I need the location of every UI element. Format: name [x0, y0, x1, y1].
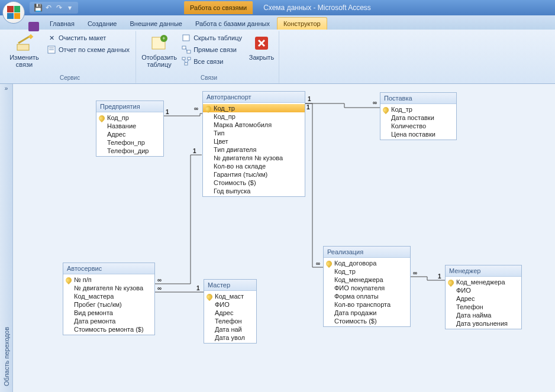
table-field[interactable]: Телефон_дир [96, 147, 163, 155]
schema-report-button[interactable]: Отчет по схеме данных [44, 44, 132, 55]
clear-layout-button[interactable]: ✕ Очистить макет [44, 33, 132, 43]
svg-rect-1 [28, 34, 33, 39]
table-field[interactable]: Дата продажи [324, 309, 410, 317]
rel-card: 1 [166, 109, 169, 115]
table-field[interactable]: Форма оплаты [324, 292, 410, 300]
hide-table-button[interactable]: Скрыть таблицу [179, 33, 244, 43]
table-field[interactable]: Код_менеджера [324, 276, 410, 284]
all-links-button[interactable]: Все связи [179, 56, 244, 67]
table-field[interactable]: Код_договора [324, 259, 410, 267]
office-button[interactable] [2, 1, 25, 24]
ribbon-tabs: Главная Создание Внешние данные Работа с… [0, 15, 555, 30]
table-field[interactable]: Год выпуска [203, 187, 305, 195]
svg-rect-9 [182, 46, 186, 49]
show-table-button[interactable]: + Отобразить таблицу [143, 33, 176, 69]
close-button[interactable]: Закрыть [248, 33, 275, 62]
table-sale[interactable]: Реализация Код_договора Код_тр Код_менед… [323, 246, 411, 327]
table-field[interactable]: Адрес [446, 294, 521, 303]
table-delivery[interactable]: Поставка Код_тр Дата поставки Количество… [380, 92, 457, 140]
table-field[interactable]: Стоимость ($) [324, 317, 410, 325]
qat-dropdown-icon[interactable]: ▾ [65, 3, 75, 12]
table-field[interactable]: Тип [203, 129, 305, 137]
nav-expand-icon[interactable]: » [4, 84, 9, 93]
table-field[interactable]: Дата ремонта [63, 317, 154, 325]
table-field[interactable]: Код_пр [203, 112, 305, 121]
table-field[interactable]: Кол-во транспорта [324, 300, 410, 309]
table-field[interactable]: Дата найма [446, 311, 521, 319]
table-field[interactable]: Дата увольнения [446, 319, 521, 328]
direct-links-icon [182, 45, 191, 54]
table-field[interactable]: Название [96, 122, 163, 130]
table-field[interactable]: Цвет [203, 137, 305, 145]
table-field[interactable]: Код_тр [380, 105, 456, 114]
table-field[interactable]: Кол-во на складе [203, 162, 305, 170]
table-field[interactable]: Тип двигателя [203, 145, 305, 154]
contextual-tab-label: Работа со связями [184, 1, 253, 14]
group-label-relationships: Связи [143, 73, 275, 83]
table-title[interactable]: Мастер [204, 280, 256, 291]
navigation-pane-collapsed[interactable]: » Область переходов [0, 84, 13, 392]
table-field[interactable]: Дата увол [204, 333, 256, 342]
table-field[interactable]: Количество [380, 122, 456, 130]
table-title[interactable]: Автотранспорт [203, 92, 305, 103]
table-field[interactable]: Адрес [204, 309, 256, 317]
table-field[interactable]: Гарантия (тыс/км) [203, 170, 305, 179]
table-field[interactable]: Код_менеджера [446, 278, 521, 286]
table-field[interactable]: ФИО покупателя [324, 284, 410, 292]
table-field[interactable]: Код_тр [203, 104, 305, 112]
tab-database-tools[interactable]: Работа с базами данных [189, 18, 276, 30]
title-bar: 💾 ↶ ↷ ▾ Работа со связями Схема данных -… [0, 0, 555, 15]
table-field[interactable]: Дата поставки [380, 114, 456, 122]
rel-card: ∞ [194, 105, 198, 112]
table-master[interactable]: Мастер Код_маст ФИО Адрес Телефон Дата н… [204, 279, 257, 344]
table-field[interactable]: Телефон [446, 303, 521, 311]
table-field[interactable]: ФИО [204, 300, 256, 309]
table-field[interactable]: Цена поставки [380, 130, 456, 138]
redo-icon[interactable]: ↷ [54, 3, 64, 12]
tab-external-data[interactable]: Внешние данные [124, 18, 188, 30]
table-title[interactable]: Автосервис [63, 263, 154, 274]
edit-relationships-label: Изменить связи [9, 54, 40, 68]
relationships-canvas[interactable]: 1 ∞ 1 ∞ 1 ∞ 1 ∞ 1 ∞ 1 ∞ Предприятия Код_… [13, 84, 555, 392]
save-icon[interactable]: 💾 [33, 3, 43, 12]
report-icon [47, 45, 56, 54]
direct-links-button[interactable]: Прямые связи [179, 44, 244, 55]
show-table-icon: + [150, 34, 169, 53]
table-field[interactable]: Вид ремонта [63, 309, 154, 317]
table-service[interactable]: Автосервис № п/п № двигателя № кузова Ко… [63, 263, 155, 335]
table-manager[interactable]: Менеджер Код_менеджера ФИО Адрес Телефон… [445, 265, 522, 329]
table-title[interactable]: Поставка [380, 93, 456, 104]
tab-home[interactable]: Главная [44, 18, 80, 30]
table-field[interactable]: № п/п [63, 276, 154, 284]
table-field[interactable]: Адрес [96, 130, 163, 138]
table-title[interactable]: Предприятия [96, 101, 163, 112]
table-field[interactable]: ФИО [446, 286, 521, 294]
svg-text:+: + [162, 35, 165, 41]
table-title[interactable]: Менеджер [446, 265, 521, 277]
svg-rect-10 [187, 50, 191, 53]
table-enterprise[interactable]: Предприятия Код_пр Название Адрес Телефо… [96, 101, 164, 157]
show-table-label: Отобразить таблицу [141, 54, 177, 68]
table-field[interactable]: Телефон [204, 317, 256, 325]
rel-card: 1 [438, 273, 441, 280]
table-field[interactable]: Дата най [204, 325, 256, 333]
table-field[interactable]: № двигателя № кузова [203, 154, 305, 162]
table-field[interactable]: № двигателя № кузова [63, 284, 154, 292]
table-field[interactable]: Стоимость ремонта ($) [63, 325, 154, 333]
table-field[interactable]: Пробег (тыс/км) [63, 300, 154, 309]
undo-icon[interactable]: ↶ [44, 3, 53, 12]
table-field[interactable]: Код_маст [204, 292, 256, 300]
table-field[interactable]: Код_пр [96, 114, 163, 122]
table-auto[interactable]: Автотранспорт Код_тр Код_пр Марка Автомо… [202, 91, 305, 197]
table-field[interactable]: Телефон_пр [96, 138, 163, 147]
edit-relationships-button[interactable]: Изменить связи [8, 33, 41, 69]
tab-design[interactable]: Конструктор [277, 17, 327, 30]
table-title[interactable]: Реализация [324, 247, 410, 258]
tab-create[interactable]: Создание [82, 18, 123, 30]
table-field[interactable]: Код_тр [324, 267, 410, 276]
table-field[interactable]: Марка Автомобиля [203, 121, 305, 129]
table-field[interactable]: Стоимость ($) [203, 179, 305, 187]
rel-card: ∞ [316, 260, 320, 267]
table-field[interactable]: Код_мастера [63, 292, 154, 300]
rel-card: ∞ [157, 285, 162, 291]
